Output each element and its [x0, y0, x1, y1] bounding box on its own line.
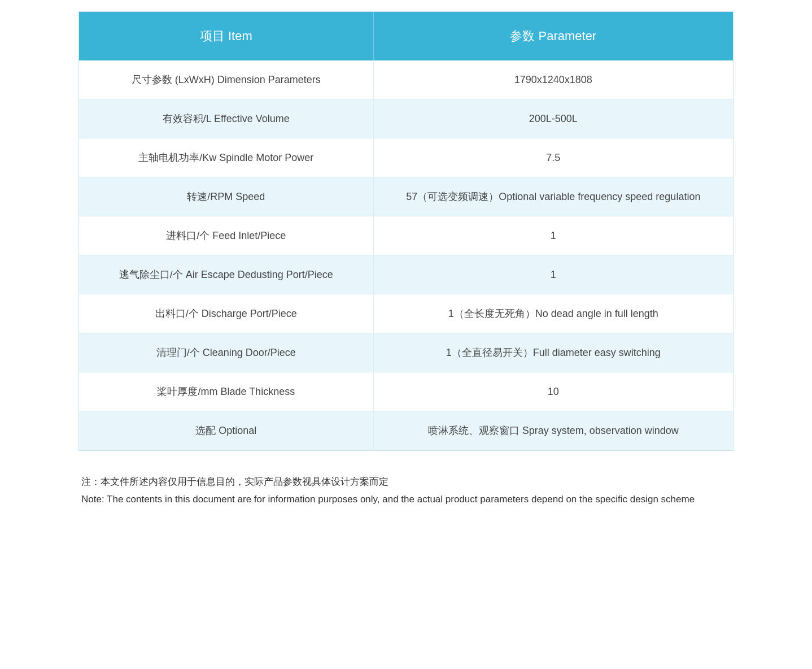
table-row: 选配 Optional喷淋系统、观察窗口 Spray system, obser…: [79, 411, 733, 450]
note-line1: 注：本文件所述内容仅用于信息目的，实际产品参数视具体设计方案而定: [81, 476, 388, 487]
cell-item: 逃气除尘口/个 Air Escape Dedusting Port/Piece: [79, 255, 373, 294]
table-row: 主轴电机功率/Kw Spindle Motor Power7.5: [79, 138, 733, 177]
note-section: 注：本文件所述内容仅用于信息目的，实际产品参数视具体设计方案而定 Note: T…: [78, 468, 734, 514]
table-row: 进料口/个 Feed Inlet/Piece1: [79, 216, 733, 255]
header-parameter: 参数 Parameter: [373, 12, 733, 60]
table-row: 有效容积/L Effective Volume200L-500L: [79, 99, 733, 138]
table-row: 转速/RPM Speed57（可选变频调速）Optional variable …: [79, 177, 733, 216]
table-row: 尺寸参数 (LxWxH) Dimension Parameters1790x12…: [79, 60, 733, 99]
cell-parameter: 7.5: [373, 138, 733, 177]
table-row: 桨叶厚度/mm Blade Thickness10: [79, 372, 733, 411]
cell-item: 选配 Optional: [79, 411, 373, 450]
cell-parameter: 1（全直径易开关）Full diameter easy switching: [373, 333, 733, 372]
cell-item: 转速/RPM Speed: [79, 177, 373, 216]
cell-item: 尺寸参数 (LxWxH) Dimension Parameters: [79, 60, 373, 99]
note-line2: Note: The contents in this document are …: [81, 494, 695, 505]
cell-parameter: 1: [373, 255, 733, 294]
header-item: 项目 Item: [79, 12, 373, 60]
cell-parameter: 1: [373, 216, 733, 255]
cell-parameter: 1790x1240x1808: [373, 60, 733, 99]
cell-item: 桨叶厚度/mm Blade Thickness: [79, 372, 373, 411]
cell-item: 出料口/个 Discharge Port/Piece: [79, 294, 373, 333]
cell-item: 有效容积/L Effective Volume: [79, 99, 373, 138]
note-text: 注：本文件所述内容仅用于信息目的，实际产品参数视具体设计方案而定 Note: T…: [81, 473, 731, 508]
cell-parameter: 200L-500L: [373, 99, 733, 138]
cell-parameter: 喷淋系统、观察窗口 Spray system, observation wind…: [373, 411, 733, 450]
table-row: 清理门/个 Cleaning Door/Piece1（全直径易开关）Full d…: [79, 333, 733, 372]
cell-parameter: 10: [373, 372, 733, 411]
cell-item: 清理门/个 Cleaning Door/Piece: [79, 333, 373, 372]
cell-item: 主轴电机功率/Kw Spindle Motor Power: [79, 138, 373, 177]
table-row: 逃气除尘口/个 Air Escape Dedusting Port/Piece1: [79, 255, 733, 294]
cell-parameter: 1（全长度无死角）No dead angle in full length: [373, 294, 733, 333]
spec-table: 项目 Item 参数 Parameter 尺寸参数 (LxWxH) Dimens…: [78, 11, 734, 451]
table-row: 出料口/个 Discharge Port/Piece1（全长度无死角）No de…: [79, 294, 733, 333]
table-header-row: 项目 Item 参数 Parameter: [79, 12, 733, 60]
cell-parameter: 57（可选变频调速）Optional variable frequency sp…: [373, 177, 733, 216]
cell-item: 进料口/个 Feed Inlet/Piece: [79, 216, 373, 255]
